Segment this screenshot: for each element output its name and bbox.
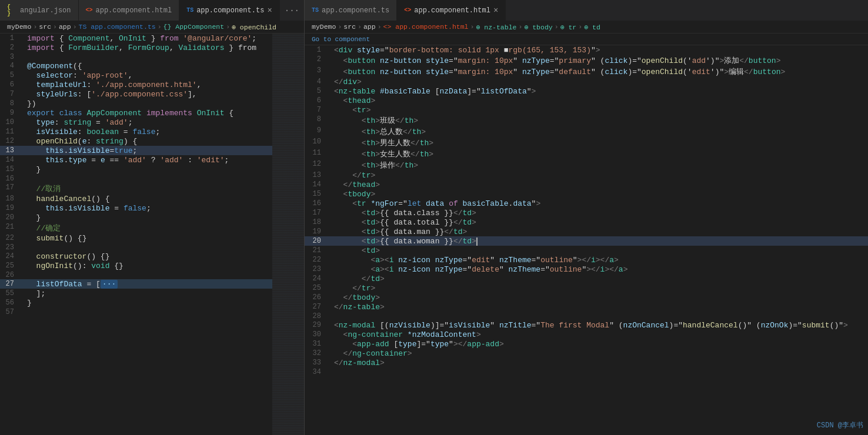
line-code: handleCancel() { [22, 194, 272, 203]
line-code: </ng-container> [329, 349, 868, 358]
tab-close-left[interactable]: × [267, 6, 272, 15]
left-tab-bar: { } angular.json <> app.component.html T… [0, 0, 304, 21]
line-code: submit() {} [22, 233, 272, 243]
table-row: 23 <a><i nz-icon nzType="delete" nzTheme… [305, 265, 868, 274]
table-row: 1 import { Component, OnInit } from '@an… [0, 34, 272, 43]
line-code: this.isVisible = false; [22, 203, 272, 213]
table-row: 12 <th>操作</th> [305, 159, 868, 170]
line-code: </nz-table> [329, 302, 868, 312]
line-code: </nz-modal> [329, 358, 868, 367]
line-code [329, 367, 868, 376]
line-code: <app-add [type]="type"></app-add> [329, 339, 868, 349]
line-code: selector: 'app-root', [22, 71, 272, 80]
line-num: 8 [305, 115, 329, 126]
line-code: <th>班级</th> [329, 115, 868, 126]
line-code: </thead> [329, 180, 868, 189]
tab-app-html-left[interactable]: <> app.component.html [79, 0, 180, 21]
table-row: 13 this.isVisible=true; [0, 146, 272, 155]
line-code: </div> [329, 77, 868, 86]
line-num: 17 [0, 183, 22, 194]
line-code: openChild(e: string) { [22, 136, 272, 146]
table-row: 14 this.type = e == 'add' ? 'add' : 'edi… [0, 155, 272, 165]
table-row: 24 </td> [305, 274, 868, 283]
line-num: 21 [0, 222, 22, 233]
table-row: 33 </nz-modal> [305, 358, 868, 367]
line-code: templateUrl: './app.component.html', [22, 80, 272, 89]
table-row: 32 </ng-container> [305, 349, 868, 358]
line-num: 20 [0, 213, 22, 222]
tab-label: app.component.ts [196, 6, 264, 15]
line-code [22, 307, 272, 316]
line-num: 11 [305, 148, 329, 159]
tab-label: app.component.html [96, 6, 172, 15]
line-code [22, 52, 272, 61]
table-row: 9 <th>总人数</th> [305, 126, 868, 137]
overflow-icon: ··· [285, 6, 299, 15]
line-code: <th>操作</th> [329, 159, 868, 170]
table-row: 55 ]; [0, 289, 272, 298]
line-num: 22 [0, 233, 22, 243]
left-code-scroll[interactable]: 1 import { Component, OnInit } from '@an… [0, 34, 272, 435]
table-row: 1 <div style="border-bottom: solid 1px ■… [305, 45, 868, 55]
table-row: 22 submit() {} [0, 233, 272, 243]
table-row: 56 } [0, 298, 272, 307]
line-code: <td> [329, 246, 868, 255]
line-code: <td>{{ data.woman }}</td> [329, 236, 868, 246]
watermark: CSDN @李卓书 [817, 420, 863, 430]
line-code: @Component({ [22, 61, 272, 71]
table-row: 8 }) [0, 99, 272, 108]
line-code: //取消 [22, 183, 272, 194]
line-code: <tr> [329, 105, 868, 115]
tab-app-html-right[interactable]: <> app.component.html × [397, 0, 506, 21]
line-code: <td>{{ data.man }}</td> [329, 227, 868, 236]
line-num: 55 [0, 289, 22, 298]
tab-angular-json[interactable]: { } angular.json [0, 0, 79, 21]
table-row: 13 </tr> [305, 170, 868, 180]
line-num: 24 [305, 274, 329, 283]
right-code-scroll[interactable]: 1 <div style="border-bottom: solid 1px ■… [305, 45, 868, 435]
table-row: 24 constructor() {} [0, 252, 272, 261]
line-num: 14 [305, 180, 329, 189]
line-num: 13 [305, 170, 329, 180]
line-num: 56 [0, 298, 22, 307]
line-num: 5 [0, 71, 22, 80]
line-code: <thead> [329, 96, 868, 105]
line-num: 33 [305, 358, 329, 367]
line-code: constructor() {} [22, 252, 272, 261]
table-row: 18 <td>{{ data.total }}</td> [305, 218, 868, 227]
table-row: 30 <ng-container *nzModalContent> [305, 330, 868, 339]
line-code: <th>总人数</th> [329, 126, 868, 137]
table-row: 21 //确定 [0, 222, 272, 233]
line-num: 19 [0, 203, 22, 213]
line-num: 19 [305, 227, 329, 236]
line-num: 3 [0, 52, 22, 61]
line-code [22, 270, 272, 279]
tab-overflow-left[interactable]: ··· [280, 0, 304, 21]
left-breadcrumb: myDemo › src › app › TS app.component.ts… [0, 21, 304, 34]
line-code: </tr> [329, 283, 868, 293]
tab-close-right[interactable]: × [493, 6, 498, 15]
line-code: } [22, 213, 272, 222]
table-row: 15 } [0, 165, 272, 174]
line-num: 13 [0, 146, 22, 155]
table-row: 29 <nz-modal [(nzVisible)]="isVisible" n… [305, 320, 868, 330]
line-code: <td>{{ data.total }}</td> [329, 218, 868, 227]
tab-app-ts-right[interactable]: TS app.component.ts [305, 0, 397, 21]
table-row: 10 type: string = 'add'; [0, 118, 272, 127]
line-code: type: string = 'add'; [22, 118, 272, 127]
line-code: <a><i nz-icon nzType="edit" nzTheme="out… [329, 255, 868, 265]
line-code: this.isVisible=true; [22, 146, 272, 155]
line-code: isVisible: boolean = false; [22, 127, 272, 136]
line-num: 12 [0, 136, 22, 146]
table-row: 21 <td> [305, 246, 868, 255]
goto-component[interactable]: Go to component [305, 34, 868, 45]
line-num: 25 [305, 283, 329, 293]
tab-app-ts-left[interactable]: TS app.component.ts × [179, 0, 280, 21]
line-num: 9 [305, 126, 329, 137]
ts-icon-right: TS [312, 7, 319, 14]
line-num: 10 [0, 118, 22, 127]
table-row: 31 <app-add [type]="type"></app-add> [305, 339, 868, 349]
line-code: <th>女生人数</th> [329, 148, 868, 159]
line-code: <nz-table #basicTable [nzData]="listOfDa… [329, 86, 868, 96]
line-code: import { FormBuilder, FormGroup, Validat… [22, 43, 272, 52]
